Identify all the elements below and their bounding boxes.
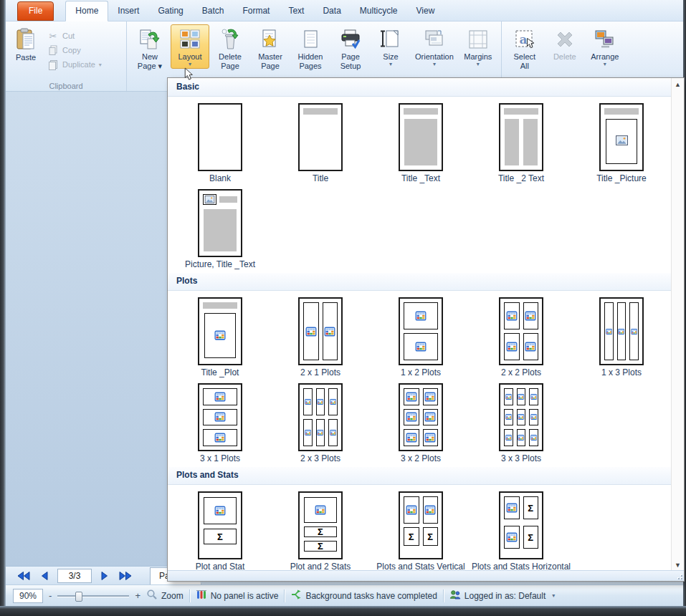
layout-thumbnail — [298, 297, 343, 365]
zoom-slider-thumb[interactable] — [75, 592, 82, 602]
app-window: File HomeInsertGatingBatchFormatTextData… — [0, 0, 686, 616]
gallery-scrollbar[interactable]: ▲ ▼ — [671, 78, 684, 571]
zoom-in-button[interactable]: + — [135, 590, 140, 601]
delete-page-icon — [219, 28, 242, 51]
arrange-button[interactable]: Arrange▾ — [586, 24, 624, 69]
hidden-pages-icon — [299, 28, 322, 51]
layout-button[interactable]: Layout▾ — [171, 24, 209, 69]
delete-button-label: Delete — [553, 52, 576, 62]
layout-thumbnail — [198, 297, 242, 365]
layout-option-title-text[interactable]: Title _Text — [371, 100, 471, 186]
layout-option-label: 2 x 3 Plots — [300, 453, 340, 463]
layout-option-3-x-1-plots[interactable]: 3 x 1 Plots — [170, 380, 270, 466]
layout-option-title-picture[interactable]: Title _Picture — [571, 100, 672, 186]
layout-option-picture-title-text[interactable]: Picture, Title _Text — [170, 186, 270, 272]
tab-home[interactable]: Home — [65, 1, 108, 21]
paste-icon — [14, 27, 37, 50]
app-surface: File HomeInsertGatingBatchFormatTextData… — [6, 0, 683, 606]
zoom-label: Zoom — [161, 591, 184, 601]
select-all-icon: a — [513, 28, 536, 51]
duplicate-button: Duplicate ▾ — [43, 57, 106, 72]
master-page-button[interactable]: MasterPage — [251, 24, 290, 73]
zoom-slider[interactable] — [57, 590, 129, 602]
new-page-button[interactable]: NewPage ▾ — [130, 24, 169, 73]
orientation-button[interactable]: Orientation▾ — [411, 24, 457, 69]
layout-option-3-x-3-plots[interactable]: 3 x 3 Plots — [471, 380, 571, 466]
new-page-button-label: NewPage ▾ — [138, 52, 162, 71]
layout-option-label: Title — [313, 173, 328, 183]
layout-option-plots-and-stats-horizontal[interactable]: ΣΣPlots and Stats Horizontal — [471, 489, 571, 571]
copy-icon — [47, 44, 59, 56]
cut-button: ✂ Cut — [43, 29, 106, 43]
delete-icon — [553, 28, 576, 51]
master-page-button-label: MasterPage — [258, 52, 282, 71]
margins-button[interactable]: Margins▾ — [459, 24, 497, 69]
gallery-section-header: Plots and Stats — [168, 466, 672, 485]
gallery-section-header: Basic — [168, 78, 672, 97]
layout-thumbnail — [499, 103, 543, 171]
duplicate-label: Duplicate — [62, 59, 95, 70]
layout-option-1-x-2-plots[interactable]: 1 x 2 Plots — [371, 294, 471, 380]
separator — [189, 589, 190, 602]
hidden-pages-button[interactable]: HiddenPages — [291, 24, 330, 73]
layout-option-plot-and-2-stats[interactable]: ΣΣPlot and 2 Stats — [270, 489, 371, 571]
tab-format[interactable]: Format — [233, 1, 279, 21]
zoom-tool[interactable]: Zoom — [146, 589, 184, 602]
size-icon — [379, 28, 402, 51]
panel-status: No panel is active — [196, 589, 279, 602]
previous-page-button[interactable] — [37, 570, 52, 581]
layout-gallery-dropdown: BasicBlankTitleTitle _TextTitle _2 TextT… — [167, 77, 685, 582]
tab-multicycle[interactable]: Multicycle — [351, 1, 407, 21]
tab-text[interactable]: Text — [279, 1, 313, 21]
hidden-pages-button-label: HiddenPages — [298, 52, 323, 71]
next-page-button[interactable] — [97, 570, 113, 581]
size-button[interactable]: Size▾ — [371, 24, 410, 69]
layout-option-label: Title _2 Text — [498, 173, 544, 183]
layout-option-title[interactable]: Title — [270, 100, 371, 186]
gallery-section-header: Plots — [168, 272, 672, 291]
status-bar: 90% - + Zoom No panel is active Backgrou… — [6, 584, 683, 606]
layout-option-label: 3 x 3 Plots — [501, 453, 541, 463]
delete-page-button[interactable]: DeletePage — [211, 24, 249, 73]
window-border-bottom — [0, 606, 686, 616]
scroll-down-button[interactable]: ▼ — [672, 559, 684, 571]
layout-option-plot-and-stat[interactable]: ΣPlot and Stat — [170, 489, 270, 571]
window-border-left — [0, 0, 6, 616]
paste-button[interactable]: Paste — [9, 24, 43, 72]
layout-option-title-plot[interactable]: Title _Plot — [170, 294, 270, 380]
resize-grip-icon[interactable] — [675, 572, 682, 579]
last-page-button[interactable] — [118, 570, 133, 581]
tab-file[interactable]: File — [17, 1, 54, 21]
layout-option-blank[interactable]: Blank — [170, 100, 270, 186]
layout-option-label: Title _Picture — [596, 173, 647, 183]
login-selector[interactable]: Logged in as: Default ▾ — [449, 589, 555, 602]
layout-option-2-x-3-plots[interactable]: 2 x 3 Plots — [270, 380, 371, 466]
layout-option-title-2-text[interactable]: Title _2 Text — [471, 100, 571, 186]
picture-icon — [616, 135, 628, 148]
tab-batch[interactable]: Batch — [193, 1, 234, 21]
page-setup-button[interactable]: PageSetup — [331, 24, 370, 73]
tab-view[interactable]: View — [407, 1, 444, 21]
layout-icon — [178, 28, 201, 51]
layout-option-2-x-2-plots[interactable]: 2 x 2 Plots — [471, 294, 571, 380]
zoom-out-button[interactable]: - — [49, 590, 52, 601]
first-page-button[interactable] — [16, 570, 32, 581]
layout-option-1-x-3-plots[interactable]: 1 x 3 Plots — [571, 294, 672, 380]
page-counter[interactable]: 3/3 — [57, 569, 92, 583]
layout-option-2-x-1-plots[interactable]: 2 x 1 Plots — [270, 294, 371, 380]
layout-thumbnail — [298, 103, 343, 171]
layout-option-label: Title _Plot — [201, 367, 239, 377]
layout-thumbnail — [198, 189, 242, 257]
layout-option-label: Blank — [209, 173, 231, 183]
tab-gating[interactable]: Gating — [148, 1, 192, 21]
gallery-resize-bar[interactable] — [168, 570, 684, 581]
scroll-up-button[interactable]: ▲ — [672, 78, 684, 90]
layout-option-3-x-2-plots[interactable]: 3 x 2 Plots — [371, 380, 471, 466]
select-all-button[interactable]: aSelectAll — [505, 24, 544, 73]
layout-option-label: 3 x 1 Plots — [200, 453, 240, 463]
tab-data[interactable]: Data — [313, 1, 350, 21]
layout-thumbnail — [298, 383, 343, 451]
layout-option-plots-and-stats-vertical[interactable]: ΣΣPlots and Stats Vertical — [371, 489, 471, 571]
paste-label: Paste — [16, 53, 36, 62]
tab-insert[interactable]: Insert — [108, 1, 148, 21]
